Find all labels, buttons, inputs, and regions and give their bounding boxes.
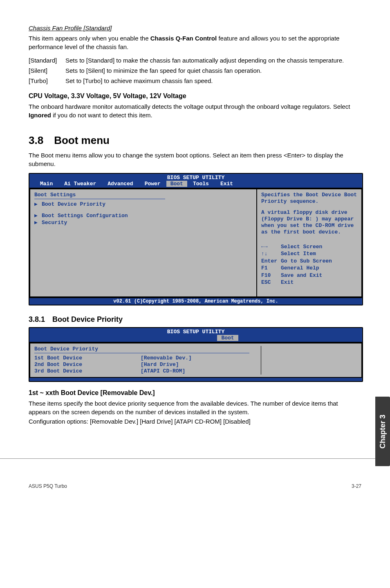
bios1-left-panel: Boot Settings ▶ Boot Device Priority ▶ B… — [29, 189, 257, 297]
menu-tools[interactable]: Tools — [187, 181, 215, 187]
boot-device-row[interactable]: 2nd Boot Device [Hard Drive] — [34, 361, 261, 368]
boot-dev-p1: These items specify the boot device prio… — [29, 399, 361, 416]
bios1-footer: v02.61 (C)Copyright 1985-2008, American … — [29, 297, 362, 305]
boot-device-value: [Removable Dev.] — [141, 355, 192, 361]
menu-boot-selected[interactable]: Boot — [166, 181, 187, 187]
cpu-voltage-heading: CPU Voltage, 3.3V Voltage, 5V Voltage, 1… — [29, 92, 361, 100]
triangle-icon: ▶ — [34, 212, 42, 219]
menu-item-label: Boot Settings Configuration — [42, 213, 128, 219]
bios1-key-legend: ←→Select Screen ↑↓Select Item EnterGo to… — [261, 243, 357, 286]
boot-dev-p2: Configuration options: [Removable Dev.] … — [29, 417, 361, 426]
key-enter: Enter — [261, 258, 281, 265]
triangle-icon: ▶ — [34, 219, 42, 226]
boot-device-label: 3rd Boot Device — [34, 368, 141, 374]
bios2-panel-header: Boot Device Priority — [34, 346, 261, 352]
menu-main[interactable]: Main — [34, 181, 58, 187]
bios2-panel: Boot Device Priority 1st Boot Device [Re… — [29, 343, 362, 378]
menu-power[interactable]: Power — [139, 181, 166, 187]
footer-left: ASUS P5Q Turbo — [29, 483, 67, 489]
cpu-desc-bold: Ignored — [29, 112, 51, 119]
opt-key: [Silent] — [29, 66, 65, 75]
key-desc: Save and Exit — [281, 272, 322, 278]
footer-right: 3-27 — [352, 483, 361, 489]
bios1-title: BIOS SETUP UTILITY — [29, 174, 362, 181]
bios2-menubar: Main Ai Tweaker Advanced Power Boot Tool… — [29, 335, 362, 342]
chassis-profile-heading: Chassis Fan Profile [Standard] — [29, 25, 361, 31]
bios-setup-utility-2: BIOS SETUP UTILITY Main Ai Tweaker Advan… — [29, 327, 363, 382]
bios1-right-panel: Specifies the Boot Device Boot Priority … — [257, 189, 362, 297]
key-desc: Select Item — [281, 251, 316, 257]
cpu-desc-post: if you do not want to detect this item. — [51, 112, 152, 119]
key-desc: Go to Sub Screen — [281, 258, 332, 264]
chassis-desc-pre: This item appears only when you enable t… — [29, 35, 150, 42]
bios1-help2: A virtual floppy disk drive (Floppy Driv… — [261, 209, 357, 236]
menu-item-security[interactable]: ▶ Security — [34, 219, 252, 226]
bios1-left-header: Boot Settings — [34, 192, 252, 198]
opt-val: Set to [Turbo] to achieve maximum chassi… — [65, 76, 361, 85]
footer-rule — [0, 458, 390, 459]
opt-val: Sets to [Standard] to make the chassis f… — [65, 56, 361, 65]
bios2-title: BIOS SETUP UTILITY — [29, 328, 362, 335]
triangle-icon: ▶ — [34, 201, 42, 207]
key-arrows-ud: ↑↓ — [261, 250, 281, 258]
key-desc: Select Screen — [281, 244, 322, 250]
opt-key: [Standard] — [29, 56, 65, 65]
key-f10: F10 — [261, 272, 281, 279]
opt-row: [Silent] Sets to [Silent] to minimize th… — [29, 66, 361, 75]
menu-advanced[interactable]: Advanced — [102, 181, 139, 187]
bios1-help1: Specifies the Boot Device Boot Priority … — [261, 192, 357, 205]
menu-ai-tweaker[interactable]: Ai Tweaker — [58, 181, 102, 187]
menu-item-boot-settings-config[interactable]: ▶ Boot Settings Configuration — [34, 212, 252, 219]
chassis-options: [Standard] Sets to [Standard] to make th… — [29, 56, 361, 85]
chapter-sidetab: Chapter 3 — [375, 397, 390, 466]
bios-setup-utility-1: BIOS SETUP UTILITY Main Ai Tweaker Advan… — [29, 173, 363, 305]
section-3-8-title: 3.8 Boot menu — [29, 134, 361, 147]
menu-item-boot-device-priority[interactable]: ▶ Boot Device Priority — [34, 201, 252, 207]
key-desc: Exit — [281, 279, 294, 285]
boot-device-row[interactable]: 3rd Boot Device [ATAPI CD-ROM] — [34, 368, 261, 374]
opt-val: Sets to [Silent] to minimize the fan spe… — [65, 66, 361, 75]
opt-row: [Turbo] Set to [Turbo] to achieve maximu… — [29, 76, 361, 85]
boot-device-value: [Hard Drive] — [141, 361, 179, 368]
menu-exit[interactable]: Exit — [215, 181, 239, 187]
boot-device-row[interactable]: 1st Boot Device [Removable Dev.] — [34, 355, 261, 361]
key-esc: ESC — [261, 279, 281, 286]
chassis-desc-bold: Chassis Q-Fan Control — [150, 35, 217, 42]
cpu-voltage-desc: The onboard hardware monitor automatical… — [29, 102, 361, 119]
section-3-8-1-title: 3.8.1 Boot Device Priority — [29, 315, 361, 324]
key-desc: General Help — [281, 265, 319, 271]
cpu-desc-pre: The onboard hardware monitor automatical… — [29, 103, 350, 110]
page-footer: ASUS P5Q Turbo 3-27 — [29, 483, 361, 489]
boot-device-label: 1st Boot Device — [34, 355, 141, 361]
key-arrows-lr: ←→ — [261, 243, 281, 251]
menu-item-label: Boot Device Priority — [42, 201, 105, 207]
menu-boot-selected[interactable]: Boot — [217, 335, 238, 341]
bios1-menubar: Main Ai Tweaker Advanced Power Boot Tool… — [29, 181, 362, 188]
opt-row: [Standard] Sets to [Standard] to make th… — [29, 56, 361, 65]
boot-device-label: 2nd Boot Device — [34, 361, 141, 368]
section-3-8-intro: The Boot menu items allow you to change … — [29, 151, 361, 168]
key-f1: F1 — [261, 265, 281, 272]
boot-device-value: [ATAPI CD-ROM] — [141, 368, 185, 374]
boot-dev-heading: 1st ~ xxth Boot Device [Removable Dev.] — [29, 389, 361, 397]
chassis-profile-desc: This item appears only when you enable t… — [29, 34, 361, 51]
menu-item-label: Security — [42, 220, 67, 226]
opt-key: [Turbo] — [29, 76, 65, 85]
